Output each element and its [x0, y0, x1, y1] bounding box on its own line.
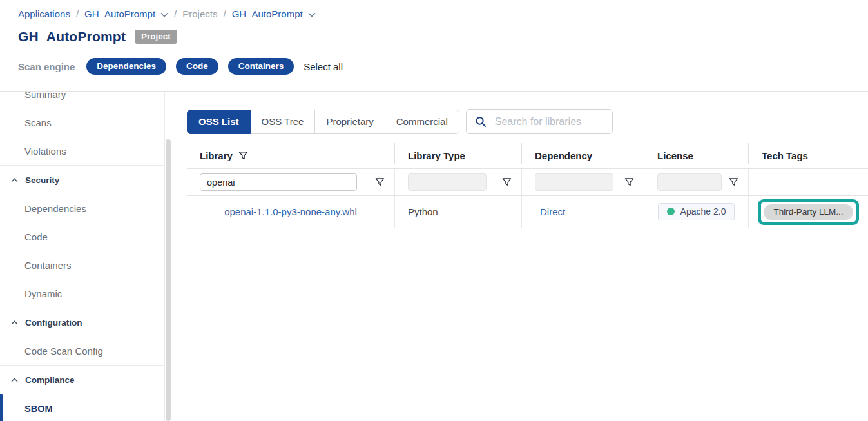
chevron-down-icon[interactable] — [160, 12, 168, 17]
cell-library-type: Python — [395, 196, 522, 228]
chevron-up-icon — [11, 320, 18, 325]
sidebar-scrollbar[interactable] — [166, 139, 171, 421]
search-input[interactable] — [495, 116, 604, 128]
sidebar-item-sbom[interactable]: SBOM — [0, 394, 164, 421]
library-type-filter-button[interactable] — [502, 177, 512, 187]
sidebar-item-label: Containers — [24, 260, 72, 271]
cell-library: openai-1.1.0-py3-none-any.whl — [187, 196, 395, 228]
select-all-button[interactable]: Select all — [304, 61, 343, 72]
libraries-table: Library Library Type Dependency License … — [187, 142, 868, 228]
table-row: openai-1.1.0-py3-none-any.whl Python Dir… — [187, 196, 868, 228]
breadcrumb-separator: / — [76, 8, 79, 19]
search-icon — [475, 116, 487, 128]
column-header-library-type[interactable]: Library Type — [395, 142, 522, 168]
dependency-filter-button[interactable] — [624, 177, 634, 187]
sidebar-item-label: Dynamic — [24, 288, 62, 299]
sidebar-section-security[interactable]: Security — [0, 166, 164, 194]
column-header-tech-tags[interactable]: Tech Tags — [749, 142, 868, 168]
breadcrumb-link-applications[interactable]: Applications — [18, 8, 70, 19]
column-header-dependency[interactable]: Dependency — [522, 142, 644, 168]
sidebar-section-configuration[interactable]: Configuration — [0, 308, 164, 337]
scan-engine-pill-code[interactable]: Code — [176, 58, 218, 75]
project-type-badge: Project — [135, 30, 177, 44]
tab-oss-tree[interactable]: OSS Tree — [250, 110, 316, 134]
column-header-label: Library — [200, 150, 233, 161]
sidebar-item-label: Code Scan Config — [24, 346, 103, 357]
library-filter-button[interactable] — [375, 177, 385, 187]
cell-dependency: Direct — [522, 196, 644, 228]
sidebar-item-label: SBOM — [24, 404, 53, 414]
column-header-label: License — [657, 150, 693, 161]
column-header-label: Tech Tags — [762, 150, 808, 161]
table-filter-row — [187, 169, 868, 196]
sidebar-section-label: Compliance — [25, 375, 75, 385]
filter-cell-license — [644, 169, 749, 195]
filter-icon[interactable] — [238, 151, 248, 161]
breadcrumb: Applications / GH_AutoPrompt / Projects … — [18, 8, 868, 19]
library-filter-input[interactable] — [200, 173, 357, 191]
filter-icon — [375, 177, 385, 187]
sidebar-item-label: Dependencies — [24, 203, 86, 214]
page-header: Applications / GH_AutoPrompt / Projects … — [0, 0, 868, 91]
library-type-filter-input — [408, 173, 487, 191]
license-status-dot — [667, 208, 675, 215]
sidebar-item-violations[interactable]: Violations — [0, 137, 164, 165]
filter-icon — [729, 177, 738, 187]
active-item-indicator — [0, 394, 3, 421]
sidebar-item-label: Summary — [24, 92, 66, 100]
sidebar-section-compliance[interactable]: Compliance — [0, 366, 164, 394]
license-label: Apache 2.0 — [680, 206, 726, 217]
column-header-label: Library Type — [408, 150, 465, 161]
page-title: GH_AutoPrompt — [18, 29, 126, 44]
column-header-label: Dependency — [535, 150, 592, 161]
breadcrumb-separator: / — [223, 8, 226, 19]
column-header-library[interactable]: Library — [187, 142, 395, 168]
table-header-row: Library Library Type Dependency License … — [187, 142, 868, 169]
cell-tech-tags: Third-Party LLM... — [749, 196, 868, 228]
dependency-filter-input — [535, 173, 613, 191]
license-badge: Apache 2.0 — [658, 203, 735, 220]
breadcrumb-projects: Projects — [182, 8, 217, 19]
tech-tag[interactable]: Third-Party LLM... — [764, 204, 853, 220]
sidebar-item-dynamic[interactable]: Dynamic — [0, 279, 164, 308]
library-view-tabs: OSS List OSS Tree Proprietary Commercial — [187, 110, 459, 134]
scan-engine-pill-dependencies[interactable]: Dependencies — [86, 58, 166, 75]
library-type-value: Python — [408, 206, 438, 217]
breadcrumb-link-application-name[interactable]: GH_AutoPrompt — [84, 8, 155, 19]
tech-tag-highlight-annotation: Third-Party LLM... — [758, 199, 858, 225]
filter-cell-tech-tags — [749, 169, 868, 195]
filter-cell-library — [187, 169, 395, 195]
license-filter-button[interactable] — [729, 177, 738, 187]
breadcrumb-link-project-name[interactable]: GH_AutoPrompt — [232, 8, 303, 19]
tab-oss-list[interactable]: OSS List — [187, 110, 251, 134]
scan-engine-label: Scan engine — [18, 61, 75, 72]
dependency-link[interactable]: Direct — [540, 206, 565, 217]
sidebar-item-scans[interactable]: Scans — [0, 108, 164, 137]
license-filter-input — [657, 173, 722, 191]
sidebar-section-label: Configuration — [25, 318, 82, 328]
filter-icon — [624, 177, 634, 187]
sidebar-item-label: Scans — [24, 117, 52, 128]
sidebar-item-code[interactable]: Code — [0, 222, 164, 251]
filter-cell-library-type — [395, 169, 522, 195]
chevron-down-icon[interactable] — [308, 12, 316, 17]
sidebar-item-code-scan-config[interactable]: Code Scan Config — [0, 337, 164, 365]
library-search-box[interactable] — [466, 109, 613, 134]
library-toolbar: OSS List OSS Tree Proprietary Commercial — [187, 109, 868, 134]
main-content: OSS List OSS Tree Proprietary Commercial… — [187, 92, 868, 421]
sidebar-item-label: Violations — [24, 146, 66, 157]
cell-license: Apache 2.0 — [644, 196, 749, 228]
sidebar-item-dependencies[interactable]: Dependencies — [0, 194, 164, 222]
library-name-link[interactable]: openai-1.1.0-py3-none-any.whl — [224, 206, 357, 217]
filter-cell-dependency — [522, 169, 644, 195]
tab-proprietary[interactable]: Proprietary — [314, 110, 385, 134]
breadcrumb-separator: / — [174, 8, 177, 19]
sidebar-item-containers[interactable]: Containers — [0, 251, 164, 279]
sidebar-item-label: Code — [24, 231, 48, 242]
scan-engine-pill-containers[interactable]: Containers — [228, 58, 294, 75]
sidebar: Summary Scans Violations Security Depend… — [0, 92, 165, 421]
tab-commercial[interactable]: Commercial — [385, 110, 459, 134]
sidebar-section-label: Security — [25, 175, 59, 185]
column-header-license[interactable]: License — [644, 142, 749, 168]
sidebar-item-summary[interactable]: Summary — [0, 92, 164, 108]
